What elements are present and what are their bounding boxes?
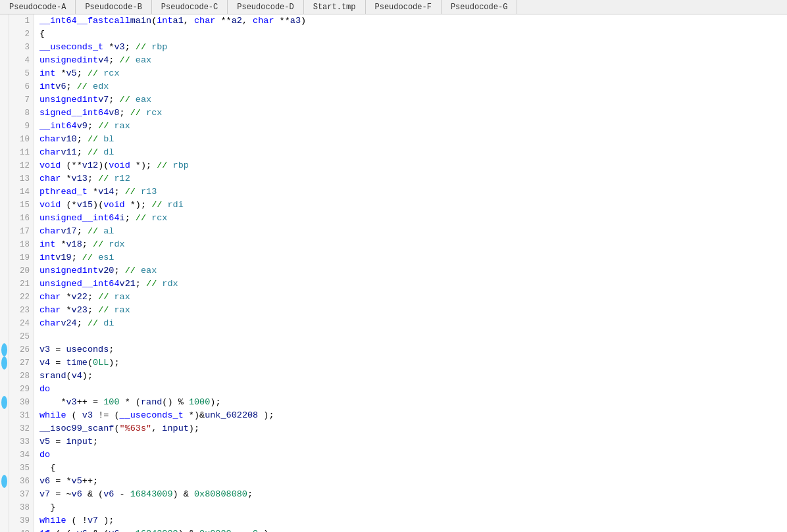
bp-38[interactable] <box>0 501 9 514</box>
line-number-24: 24 <box>9 317 30 330</box>
tab-6[interactable]: Pseudocode-G <box>442 0 517 14</box>
code-line-20: unsigned int v20; // eax <box>39 264 787 278</box>
tab-0[interactable]: Pseudocode-A <box>0 0 76 14</box>
bp-9[interactable] <box>0 120 9 133</box>
line-number-33: 33 <box>9 435 30 448</box>
bp-2[interactable] <box>0 28 9 41</box>
breakpoint-dot <box>1 356 7 370</box>
line-number-8: 8 <box>9 107 30 120</box>
code-line-4: unsigned int v4; // eax <box>39 54 787 67</box>
code-line-32: __isoc99_scanf("%63s", input); <box>39 422 787 435</box>
line-number-36: 36 <box>9 475 30 488</box>
bp-33[interactable] <box>0 435 9 448</box>
code-line-34: do <box>39 448 787 462</box>
bp-11[interactable] <box>0 146 9 159</box>
bp-28[interactable] <box>0 370 9 383</box>
line-number-31: 31 <box>9 409 30 422</box>
code-line-10: char v10; // bl <box>39 133 787 146</box>
line-number-11: 11 <box>9 146 30 159</box>
bp-21[interactable] <box>0 278 9 291</box>
bp-40[interactable] <box>0 527 9 532</box>
bp-30[interactable] <box>0 396 9 409</box>
bp-23[interactable] <box>0 304 9 317</box>
bp-32[interactable] <box>0 422 9 435</box>
line-number-30: 30 <box>9 396 30 409</box>
code-line-28: srand(v4); <box>39 370 787 383</box>
line-number-21: 21 <box>9 278 30 291</box>
code-line-12: void (**v12)(void *); // rbp <box>39 159 787 172</box>
bp-8[interactable] <box>0 107 9 120</box>
line-number-17: 17 <box>9 225 30 238</box>
bp-27[interactable] <box>0 356 9 370</box>
bp-10[interactable] <box>0 133 9 146</box>
bp-13[interactable] <box>0 172 9 185</box>
bp-19[interactable] <box>0 251 9 264</box>
bp-29[interactable] <box>0 383 9 396</box>
tab-1[interactable]: Pseudocode-B <box>76 0 151 14</box>
line-number-32: 32 <box>9 422 30 435</box>
tab-3[interactable]: Pseudocode-D <box>228 0 303 14</box>
line-number-28: 28 <box>9 370 30 383</box>
tab-4[interactable]: Start.tmp <box>304 0 366 14</box>
bp-15[interactable] <box>0 199 9 212</box>
bp-14[interactable] <box>0 185 9 199</box>
bp-20[interactable] <box>0 264 9 278</box>
bp-26[interactable] <box>0 343 9 356</box>
line-number-35: 35 <box>9 462 30 475</box>
bp-6[interactable] <box>0 80 9 93</box>
bp-25[interactable] <box>0 330 9 343</box>
bp-18[interactable] <box>0 238 9 251</box>
bp-17[interactable] <box>0 225 9 238</box>
breakpoint-dot <box>1 396 7 409</box>
bp-36[interactable] <box>0 475 9 488</box>
code-line-1: __int64 __fastcall main(int a1, char **a… <box>39 14 787 28</box>
line-number-4: 4 <box>9 54 30 67</box>
code-line-9: __int64 v9; // rax <box>39 120 787 133</box>
bp-24[interactable] <box>0 317 9 330</box>
code-line-26: v3 = useconds; <box>39 343 787 356</box>
bp-5[interactable] <box>0 67 9 80</box>
line-number-13: 13 <box>9 172 30 185</box>
bp-1[interactable] <box>0 14 9 28</box>
tab-bar: Pseudocode-APseudocode-BPseudocode-CPseu… <box>0 0 787 14</box>
bp-7[interactable] <box>0 93 9 107</box>
line-number-2: 2 <box>9 28 30 41</box>
code-line-5: int *v5; // rcx <box>39 67 787 80</box>
code-line-11: char v11; // dl <box>39 146 787 159</box>
tab-2[interactable]: Pseudocode-C <box>152 0 228 14</box>
bp-12[interactable] <box>0 159 9 172</box>
bp-31[interactable] <box>0 409 9 422</box>
code-line-39: while ( !v7 ); <box>39 514 787 527</box>
bp-37[interactable] <box>0 488 9 501</box>
code-line-36: v6 = *v5++; <box>39 475 787 488</box>
bp-22[interactable] <box>0 291 9 304</box>
bp-16[interactable] <box>0 212 9 225</box>
code-line-24: char v24; // di <box>39 317 787 330</box>
code-line-25 <box>39 330 787 343</box>
line-number-26: 26 <box>9 343 30 356</box>
line-number-29: 29 <box>9 383 30 396</box>
code-line-7: unsigned int v7; // eax <box>39 93 787 107</box>
code-line-33: v5 = input; <box>39 435 787 448</box>
code-line-40: if ( (~v6 & (v6 - 16843009) & 0x8080 == … <box>39 527 787 532</box>
bp-34[interactable] <box>0 448 9 462</box>
bp-3[interactable] <box>0 41 9 54</box>
line-number-1: 1 <box>9 14 30 28</box>
code-line-15: void (*v15)(void *); // rdi <box>39 199 787 212</box>
bp-39[interactable] <box>0 514 9 527</box>
code-line-13: char *v13; // r12 <box>39 172 787 185</box>
code-line-37: v7 = ~v6 & (v6 - 16843009) & 0x80808080; <box>39 488 787 501</box>
code-line-29: do <box>39 383 787 396</box>
code-line-19: int v19; // esi <box>39 251 787 264</box>
code-line-2: { <box>39 28 787 41</box>
bp-4[interactable] <box>0 54 9 67</box>
code-line-30: *v3++ = 100 * (rand() % 1000); <box>39 396 787 409</box>
code-line-38: } <box>39 501 787 514</box>
code-lines: __int64 __fastcall main(int a1, char **a… <box>34 14 787 532</box>
breakpoint-dot <box>1 475 7 488</box>
code-line-8: signed __int64 v8; // rcx <box>39 107 787 120</box>
line-number-19: 19 <box>9 251 30 264</box>
tab-5[interactable]: Pseudocode-F <box>366 0 442 14</box>
line-number-3: 3 <box>9 41 30 54</box>
bp-35[interactable] <box>0 462 9 475</box>
